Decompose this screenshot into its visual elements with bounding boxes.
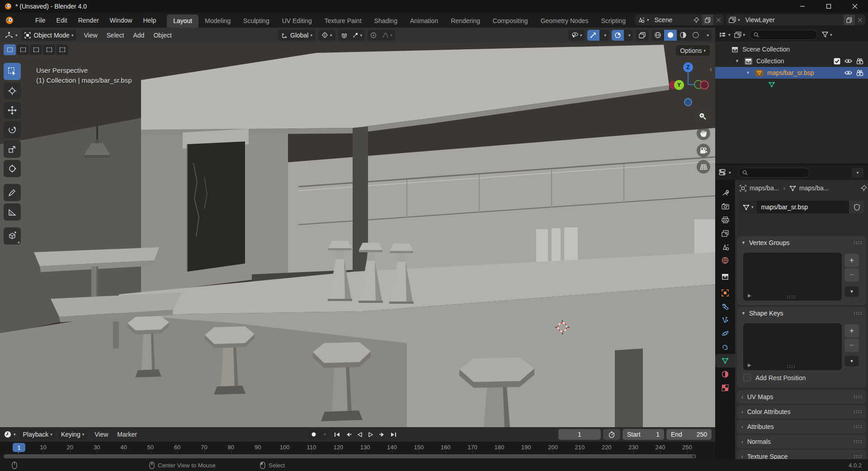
tab-animation[interactable]: Animation (404, 14, 444, 28)
play-button[interactable] (366, 429, 376, 439)
tool-scale[interactable] (4, 141, 21, 158)
drag-grip-icon[interactable] (854, 241, 862, 245)
tool-cursor[interactable] (4, 82, 21, 99)
properties-options-dropdown[interactable]: ▾ (852, 168, 863, 178)
viewport-menu-object[interactable]: Object (149, 30, 176, 41)
tab-uv-editing[interactable]: UV Editing (276, 14, 318, 28)
hide-eye-icon[interactable] (844, 70, 852, 75)
sidebar-toggle[interactable]: ‹ (710, 66, 712, 73)
proportional-toggle[interactable] (368, 30, 379, 41)
end-frame-field[interactable]: End 250 (666, 429, 712, 440)
axis-y-ball[interactable]: Y (674, 80, 684, 90)
close-button[interactable] (842, 0, 868, 13)
pan-button[interactable] (697, 127, 710, 140)
snap-toggle[interactable] (338, 30, 350, 41)
panel-texture-space[interactable]: ›Texture Space (737, 450, 866, 459)
new-scene-icon[interactable] (702, 14, 713, 25)
outliner-row-mesh-data[interactable] (715, 79, 868, 90)
options-button[interactable]: Options ▾ (676, 45, 710, 56)
pin-icon[interactable] (861, 185, 867, 191)
panel-normals[interactable]: ›Normals (737, 435, 866, 448)
show-gizmo-toggle[interactable] (587, 30, 599, 41)
gizmo-dropdown[interactable]: ▾ (599, 30, 609, 41)
tab-shading[interactable]: Shading (368, 14, 404, 28)
viewlayer-icon[interactable]: ▾ (726, 14, 743, 25)
selectability-visibility-dropdown[interactable]: ▾ (568, 30, 585, 41)
tab-object[interactable] (715, 286, 735, 300)
tab-view-layer[interactable] (715, 226, 735, 240)
mesh-datablock-dropdown[interactable]: ▾ (740, 201, 757, 213)
jump-to-start-button[interactable] (332, 429, 342, 439)
outliner-row-scene-collection[interactable]: Scene Collection (715, 43, 868, 55)
timeline-ruler[interactable]: 1 10203040506070809010011012013014015016… (0, 442, 715, 453)
drag-grip-icon[interactable] (854, 311, 862, 315)
select-mode-invert[interactable] (43, 44, 55, 55)
remove-vertex-group-button[interactable]: − (844, 268, 859, 282)
tab-object-data[interactable] (715, 354, 735, 367)
xray-toggle[interactable] (636, 30, 649, 41)
tab-constraints[interactable] (715, 340, 735, 354)
menu-marker[interactable]: Marker (113, 429, 142, 440)
panel-attributes[interactable]: ›Attributes (737, 420, 866, 433)
axis-z-ball[interactable]: Z (683, 62, 693, 72)
tab-particles[interactable] (715, 313, 735, 327)
tab-tool[interactable] (715, 186, 735, 199)
viewport-3d[interactable]: ▾ Object Mode ▾ ViewSelectAddObject Glob… (0, 28, 715, 427)
disable-render-camera-icon[interactable] (856, 70, 863, 76)
shading-material-button[interactable] (677, 30, 689, 41)
snap-with-dropdown[interactable]: ▾ (350, 30, 365, 41)
start-frame-field[interactable]: Start 1 (623, 429, 664, 440)
tool-rotate[interactable] (4, 121, 21, 138)
scrollbar-knob[interactable] (692, 455, 695, 458)
select-mode-subtract[interactable] (30, 44, 42, 55)
remove-shape-key-button[interactable]: − (844, 339, 859, 352)
viewlayer-selector[interactable]: ▾ ViewLayer (726, 14, 865, 25)
scene-name[interactable]: Scene (652, 14, 691, 25)
tab-layout[interactable]: Layout (167, 14, 198, 28)
falloff-dropdown[interactable]: ▾ (379, 30, 395, 41)
drag-grip-icon[interactable] (854, 425, 862, 429)
auto-key-dropdown[interactable]: ▾ (319, 429, 329, 440)
blender-menu-icon[interactable] (5, 16, 14, 24)
shape-keys-list[interactable]: ▶ (743, 323, 842, 370)
editor-type-icon[interactable]: ▾ (5, 31, 18, 39)
next-keyframe-button[interactable] (377, 429, 387, 439)
tab-texture-paint[interactable]: Texture Paint (318, 14, 368, 28)
unlink-scene-icon[interactable] (713, 14, 724, 25)
tab-texture[interactable] (715, 381, 735, 395)
menu-file[interactable]: File (30, 14, 51, 26)
overlays-dropdown[interactable]: ▾ (624, 30, 633, 41)
select-mode-intersect[interactable] (56, 44, 68, 55)
mode-dropdown[interactable]: Object Mode ▾ (21, 30, 77, 41)
new-viewlayer-icon[interactable] (844, 14, 855, 25)
tool-move[interactable] (4, 102, 21, 119)
panel-color-attributes[interactable]: ›Color Attributes (737, 405, 866, 419)
auto-key-record-button[interactable] (308, 429, 319, 440)
tab-material[interactable] (715, 367, 735, 381)
tab-render[interactable] (715, 199, 735, 213)
list-resize-grip-icon[interactable] (787, 365, 795, 368)
scene-selector[interactable]: ▾ Scene (635, 14, 724, 25)
list-resize-grip-icon[interactable] (787, 295, 795, 299)
tab-scripting[interactable]: Scripting (594, 14, 632, 28)
tab-output[interactable] (715, 213, 735, 226)
menu-help[interactable]: Help (137, 14, 161, 26)
scene-icon[interactable]: ▾ (635, 14, 652, 25)
show-overlays-toggle[interactable] (612, 30, 624, 41)
drag-grip-icon[interactable] (854, 410, 862, 414)
panel-uv-maps[interactable]: ›UV Maps (737, 390, 866, 404)
pivot-point-dropdown[interactable]: ▾ (318, 30, 335, 41)
fake-user-shield-button[interactable] (849, 201, 864, 213)
menu-render[interactable]: Render (73, 14, 104, 26)
drag-grip-icon[interactable] (854, 440, 862, 443)
viewport-3d-scene[interactable] (0, 28, 715, 427)
shape-keys-panel-header[interactable]: ▼ Shape Keys (737, 307, 866, 320)
prev-keyframe-button[interactable] (344, 429, 353, 439)
drag-grip-icon[interactable] (854, 395, 862, 399)
shading-solid-button[interactable] (664, 30, 677, 41)
add-shape-key-button[interactable]: + (844, 324, 859, 338)
playback-dropdown[interactable]: Playback ▾ (20, 429, 56, 440)
menu-edit[interactable]: Edit (51, 14, 73, 26)
vertex-group-specials-dropdown[interactable]: ▼ (844, 286, 859, 297)
keying-dropdown[interactable]: Keying ▾ (58, 429, 87, 440)
